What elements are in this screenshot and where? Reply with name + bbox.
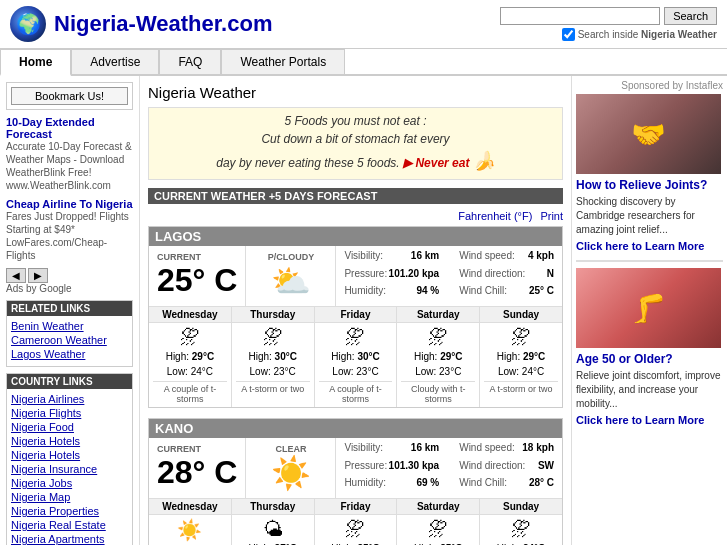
related-link-1[interactable]: Cameroon Weather xyxy=(11,334,128,346)
lagos-forecast-days: Wednesday ⛈ High: 29°CLow: 24°C A couple… xyxy=(149,307,562,407)
nav-home[interactable]: Home xyxy=(0,49,71,76)
ads-by-google: ◀ ▶ Ads by Google xyxy=(6,268,133,294)
sponsored-label: Sponsored by Instaflex xyxy=(576,80,723,91)
sidebar-ad-2-title[interactable]: Cheap Airline To Nigeria xyxy=(6,198,133,210)
city-lagos-name: LAGOS xyxy=(149,227,562,246)
kano-weather-icon: ☀️ xyxy=(271,454,311,492)
kano-condition-label: CLEAR xyxy=(275,444,306,454)
search-area: Search Search inside Nigeria Weather xyxy=(500,7,717,41)
kano-day-1-icon: 🌤 xyxy=(236,518,310,541)
lagos-current-row: CURRENT 25° C P/CLOUDY ⛅ Visibility: 16 … xyxy=(149,246,562,307)
lagos-day-0-icon: ⛈ xyxy=(153,326,227,349)
page-title: Nigeria Weather xyxy=(148,84,563,101)
kano-humidity: Humidity: 69 % xyxy=(344,477,439,494)
kano-visibility: Visibility: 16 km xyxy=(344,442,439,459)
header: 🌍 Nigeria-Weather.com Search Search insi… xyxy=(0,0,727,49)
bookmark-box: Bookmark Us! xyxy=(6,82,133,110)
kano-current-row: CURRENT 28° C CLEAR ☀️ Visibility: 16 km… xyxy=(149,438,562,499)
related-link-0[interactable]: Benin Weather xyxy=(11,320,128,332)
kano-day-3-icon: ⛈ xyxy=(401,518,475,541)
lagos-condition-cell: P/CLOUDY ⛅ xyxy=(246,246,336,306)
right-ad-2-link[interactable]: Click here to Learn More xyxy=(576,414,723,426)
nav-arrows: ◀ ▶ xyxy=(6,268,133,283)
logo-area: 🌍 Nigeria-Weather.com xyxy=(10,6,272,42)
forecast-header: CURRENT WEATHER +5 DAYS FORECAST xyxy=(148,188,563,204)
banner-ad[interactable]: 5 Foods you must not eat : Cut down a bi… xyxy=(148,107,563,180)
kano-wind-direction: Wind direction: SW xyxy=(459,460,554,477)
lagos-day-4-icon: ⛈ xyxy=(484,326,558,349)
right-ad-image-2: 🦵 xyxy=(576,268,721,348)
kano-current-temp-cell: CURRENT 28° C xyxy=(149,438,246,498)
lagos-day-1: Thursday ⛈ High: 30°CLow: 23°C A t-storm… xyxy=(232,307,315,407)
country-link-5[interactable]: Nigeria Insurance xyxy=(11,463,128,475)
right-divider xyxy=(576,260,723,262)
main-content: Nigeria Weather 5 Foods you must not eat… xyxy=(140,76,572,545)
search-inside-text: Search inside Nigeria Weather xyxy=(578,29,717,40)
lagos-current-temp-cell: CURRENT 25° C xyxy=(149,246,246,306)
print-link[interactable]: Print xyxy=(540,210,563,222)
kano-day-0: Wednesday ☀️ High: 36°CLow: 22°C Sunshin… xyxy=(149,499,232,545)
forecast-links: Fahrenheit (°F) Print xyxy=(148,210,563,222)
country-link-8[interactable]: Nigeria Properties xyxy=(11,505,128,517)
prev-arrow[interactable]: ◀ xyxy=(6,268,26,283)
bookmark-button[interactable]: Bookmark Us! xyxy=(11,87,128,105)
lagos-day-0: Wednesday ⛈ High: 29°CLow: 24°C A couple… xyxy=(149,307,232,407)
lagos-wind-speed: Wind speed: 4 kph xyxy=(459,250,554,267)
country-link-0[interactable]: Nigeria Airlines xyxy=(11,393,128,405)
kano-stats: Visibility: 16 km Wind speed: 18 kph Pre… xyxy=(336,438,562,498)
country-link-6[interactable]: Nigeria Jobs xyxy=(11,477,128,489)
search-inside-label: Search inside Nigeria Weather xyxy=(562,28,717,41)
kano-condition-cell: CLEAR ☀️ xyxy=(246,438,336,498)
kano-current-label: CURRENT xyxy=(157,444,237,454)
kano-day-2-icon: ⛈ xyxy=(319,518,393,541)
lagos-day-2: Friday ⛈ High: 30°CLow: 23°C A couple of… xyxy=(315,307,398,407)
kano-day-3: Saturday ⛈ High: 35°CLow: 21°C A t-storm… xyxy=(397,499,480,545)
fahrenheit-link[interactable]: Fahrenheit (°F) xyxy=(458,210,532,222)
next-arrow[interactable]: ▶ xyxy=(28,268,48,283)
right-ad-1-title[interactable]: How to Relieve Joints? xyxy=(576,178,723,192)
right-ad-1-text: Shocking discovery by Cambridge research… xyxy=(576,195,723,237)
country-link-7[interactable]: Nigeria Map xyxy=(11,491,128,503)
lagos-pressure: Pressure: 101.20 kpa xyxy=(344,268,439,285)
country-link-10[interactable]: Nigeria Apartments xyxy=(11,533,128,545)
lagos-wind-direction: Wind direction: N xyxy=(459,268,554,285)
kano-wind-chill: Wind Chill: 28° C xyxy=(459,477,554,494)
kano-wind-speed: Wind speed: 18 kph xyxy=(459,442,554,459)
related-link-2[interactable]: Lagos Weather xyxy=(11,348,128,360)
city-kano-name: KANO xyxy=(149,419,562,438)
country-link-9[interactable]: Nigeria Real Estate xyxy=(11,519,128,531)
nav-faq[interactable]: FAQ xyxy=(159,49,221,74)
nav-advertise[interactable]: Advertise xyxy=(71,49,159,74)
country-link-4[interactable]: Nigeria Hotels xyxy=(11,449,128,461)
kano-day-4: Sunday ⛈ High: 34°CLow: 21°C Strong xyxy=(480,499,562,545)
right-ad-image-1: 🤝 xyxy=(576,94,721,174)
kano-day-2: Friday ⛈ High: 35°CLow: 22°C A strong t-… xyxy=(315,499,398,545)
lagos-day-1-icon: ⛈ xyxy=(236,326,310,349)
lagos-day-3: Saturday ⛈ High: 29°CLow: 23°C Cloudy wi… xyxy=(397,307,480,407)
lagos-day-4: Sunday ⛈ High: 29°CLow: 24°C A t-storm o… xyxy=(480,307,562,407)
search-inside-checkbox[interactable] xyxy=(562,28,575,41)
search-button[interactable]: Search xyxy=(664,7,717,25)
main-layout: Bookmark Us! 10-Day Extended Forecast Ac… xyxy=(0,76,727,545)
search-input[interactable] xyxy=(500,7,660,25)
country-link-3[interactable]: Nigeria Hotels xyxy=(11,435,128,447)
lagos-condition-label: P/CLOUDY xyxy=(268,252,315,262)
sidebar-ad-1-text: Accurate 10-Day Forecast & Weather Maps … xyxy=(6,140,133,192)
lagos-day-3-icon: ⛈ xyxy=(401,326,475,349)
country-link-2[interactable]: Nigeria Food xyxy=(11,421,128,433)
country-link-1[interactable]: Nigeria Flights xyxy=(11,407,128,419)
right-ad-1-link[interactable]: Click here to Learn More xyxy=(576,240,723,252)
sidebar-ad-1: 10-Day Extended Forecast Accurate 10-Day… xyxy=(6,116,133,192)
nav-weather-portals[interactable]: Weather Portals xyxy=(221,49,345,74)
kano-pressure: Pressure: 101.30 kpa xyxy=(344,460,439,477)
banner-never-eat: ▶ Never eat xyxy=(403,156,469,170)
right-column: Sponsored by Instaflex 🤝 How to Relieve … xyxy=(572,76,727,545)
lagos-weather-icon: ⛅ xyxy=(271,262,311,300)
right-ad-2-title[interactable]: Age 50 or Older? xyxy=(576,352,723,366)
city-lagos: LAGOS CURRENT 25° C P/CLOUDY ⛅ Visibilit… xyxy=(148,226,563,408)
banner-text: 5 Foods you must not eat : Cut down a bi… xyxy=(153,112,558,175)
main-nav: Home Advertise FAQ Weather Portals xyxy=(0,49,727,76)
lagos-day-2-icon: ⛈ xyxy=(319,326,393,349)
lagos-stats: Visibility: 16 km Wind speed: 4 kph Pres… xyxy=(336,246,562,306)
sidebar-ad-1-title[interactable]: 10-Day Extended Forecast xyxy=(6,116,133,140)
